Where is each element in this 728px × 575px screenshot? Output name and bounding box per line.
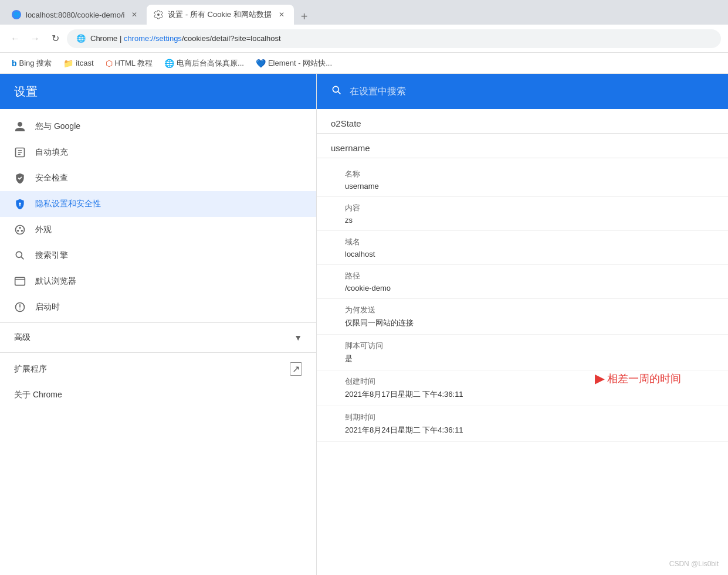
sidebar-item-google-label: 您与 Google	[35, 121, 80, 132]
send-reason-label: 为何发送	[345, 305, 700, 315]
field-content: 内容 zs	[317, 197, 728, 231]
domain-field-label: 域名	[345, 237, 700, 247]
annotation-arrow-icon: ▶	[595, 371, 605, 386]
sidebar-item-startup-label: 启动时	[35, 302, 60, 312]
address-bar[interactable]: 🌐 Chrome | chrome://settings/cookies/det…	[67, 29, 721, 48]
sidebar-item-extensions[interactable]: 扩展程序 ↗	[0, 355, 316, 383]
username-section-label: username	[331, 143, 370, 153]
tab-close-2[interactable]: ✕	[276, 9, 287, 20]
search-magnifier-icon	[14, 250, 26, 261]
field-path: 路径 /cookie-demo	[317, 265, 728, 299]
script-access-label: 脚本可访问	[345, 341, 700, 351]
cookie-section-username: username	[317, 134, 728, 158]
bookmark-itcast[interactable]: 📁 itcast	[59, 57, 98, 69]
extensions-label: 扩展程序	[14, 364, 47, 375]
sidebar-item-search[interactable]: 搜索引擎	[0, 243, 316, 268]
bookmark-bing-label: Bing 搜索	[19, 58, 52, 69]
forward-button[interactable]: →	[27, 30, 43, 47]
bing-icon: b	[12, 59, 17, 68]
path-field-value: /cookie-demo	[345, 284, 700, 292]
address-settings: settings	[155, 34, 182, 43]
field-name: 名称 username	[317, 163, 728, 197]
search-icon	[331, 84, 343, 99]
reload-button[interactable]: ↻	[47, 30, 63, 47]
itcast-icon: 📁	[63, 59, 73, 68]
startup-icon	[14, 301, 26, 313]
sidebar: 设置 您与 Google 自动填充 安全检查	[0, 74, 317, 575]
watermark-text: CSDN @Lis0bit	[669, 560, 719, 568]
autofill-icon	[14, 147, 26, 158]
tab-favicon-1: 🌐	[12, 10, 21, 19]
path-field-label: 路径	[345, 271, 700, 281]
advanced-label: 高级	[14, 332, 31, 343]
chrome-label: Chrome	[90, 34, 117, 43]
sidebar-item-about[interactable]: 关于 Chrome	[0, 383, 316, 407]
sidebar-divider-2	[0, 352, 316, 353]
appearance-icon	[14, 224, 26, 236]
field-expires: 到期时间 2021年8月24日星期二 下午4:36:11	[317, 406, 728, 442]
sidebar-item-google[interactable]: 您与 Google	[0, 114, 316, 140]
main-area: 设置 您与 Google 自动填充 安全检查	[0, 74, 728, 575]
domain-field-value: localhost	[345, 250, 700, 258]
content-area: o2State username 名称 username 内容 zs 域名 lo	[317, 74, 728, 575]
html-icon: ⬡	[106, 59, 113, 68]
sidebar-item-appearance-label: 外观	[35, 224, 52, 235]
sidebar-item-autofill-label: 自动填充	[35, 147, 68, 158]
sidebar-item-browser[interactable]: 默认浏览器	[0, 268, 316, 294]
browser-icon	[14, 275, 26, 287]
sidebar-title: 设置	[14, 84, 38, 100]
sidebar-item-autofill[interactable]: 自动填充	[0, 140, 316, 165]
sidebar-item-startup[interactable]: 启动时	[0, 294, 316, 320]
field-domain: 域名 localhost	[317, 231, 728, 265]
sidebar-item-privacy-label: 隐私设置和安全性	[35, 199, 101, 209]
sidebar-nav: 您与 Google 自动填充 安全检查 隐私设置和安全性	[0, 109, 316, 412]
tab-settings-icon	[154, 10, 163, 19]
settings-search-bar[interactable]	[317, 74, 728, 109]
sidebar-item-appearance[interactable]: 外观	[0, 217, 316, 243]
expires-value: 2021年8月24日星期二 下午4:36:11	[345, 425, 700, 435]
bookmark-itcast-label: itcast	[76, 59, 93, 67]
tab-bar: 🌐 localhost:8080/cookie-demo/i ✕ 设置 - 所有…	[0, 0, 728, 25]
element-icon: 💙	[256, 59, 266, 68]
bookmark-ecommerce[interactable]: 🌐 电商后台高保真原...	[160, 57, 249, 70]
svg-point-5	[21, 230, 23, 232]
chevron-down-icon: ▼	[294, 333, 302, 342]
svg-point-2	[16, 226, 25, 234]
bookmark-html-label: HTML 教程	[115, 58, 153, 69]
back-button[interactable]: ←	[7, 30, 23, 47]
tab-settings[interactable]: 设置 - 所有 Cookie 和网站数据 ✕	[147, 5, 293, 25]
address-rest: /cookies/detail?site=localhost	[182, 34, 281, 43]
external-link-icon: ↗	[290, 362, 302, 376]
sidebar-item-security[interactable]: 安全检查	[0, 165, 316, 191]
bookmarks-bar: b Bing 搜索 📁 itcast ⬡ HTML 教程 🌐 电商后台高保真原.…	[0, 53, 728, 74]
tab-title-2: 设置 - 所有 Cookie 和网站数据	[168, 9, 271, 20]
bookmark-bing[interactable]: b Bing 搜索	[7, 57, 56, 70]
search-settings-input[interactable]	[350, 86, 714, 97]
sidebar-section-advanced[interactable]: 高级 ▼	[0, 325, 316, 350]
bookmark-ecommerce-label: 电商后台高保真原...	[177, 58, 244, 69]
bookmark-element-label: Element - 网站快...	[268, 58, 332, 69]
tab-title-1: localhost:8080/cookie-demo/i	[26, 11, 124, 19]
bookmark-element[interactable]: 💙 Element - 网站快...	[251, 57, 337, 70]
annotation-text: 相差一周的时间	[607, 372, 681, 386]
sidebar-item-browser-label: 默认浏览器	[35, 276, 76, 287]
send-reason-value: 仅限同一网站的连接	[345, 318, 700, 328]
sidebar-item-search-label: 搜索引擎	[35, 250, 68, 261]
annotation-container: ▶ 相差一周的时间	[595, 371, 681, 386]
browser-chrome: 🌐 localhost:8080/cookie-demo/i ✕ 设置 - 所有…	[0, 0, 728, 74]
new-tab-button[interactable]: +	[296, 8, 313, 25]
shield-icon	[14, 172, 26, 184]
name-field-value: username	[345, 182, 700, 190]
svg-point-3	[19, 227, 21, 229]
address-highlight: chrome://	[124, 34, 155, 43]
expires-label: 到期时间	[345, 412, 700, 423]
about-label: 关于 Chrome	[14, 390, 62, 400]
field-send-reason: 为何发送 仅限同一网站的连接	[317, 299, 728, 335]
tab-localhost[interactable]: 🌐 localhost:8080/cookie-demo/i ✕	[5, 5, 147, 25]
security-icon: 🌐	[76, 34, 86, 43]
sidebar-item-security-label: 安全检查	[35, 173, 68, 183]
bookmark-html[interactable]: ⬡ HTML 教程	[101, 57, 158, 70]
privacy-icon	[14, 198, 26, 210]
sidebar-item-privacy[interactable]: 隐私设置和安全性	[0, 191, 316, 217]
tab-close-1[interactable]: ✕	[129, 9, 140, 20]
